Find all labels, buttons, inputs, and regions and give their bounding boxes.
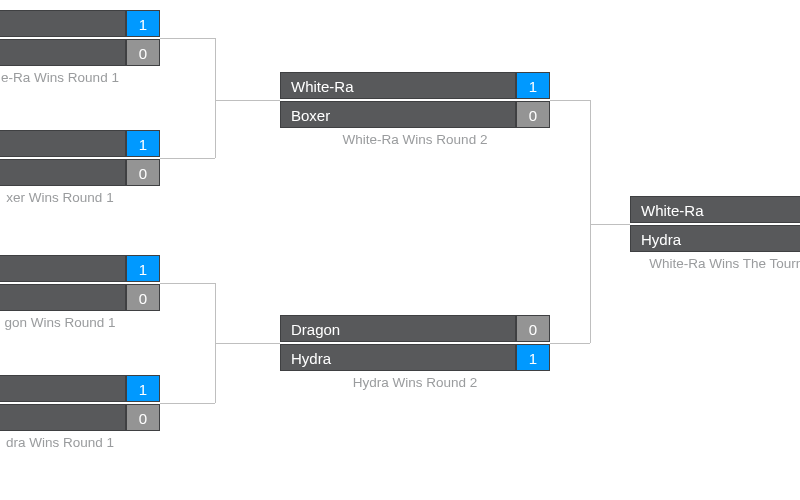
team-name: Dragon — [280, 315, 516, 342]
team-row: Dragon 0 — [280, 315, 550, 342]
team-name — [0, 284, 126, 311]
team-row: Hydra 1 — [280, 344, 550, 371]
round1-match-1: 1 0 e-Ra Wins Round 1 — [0, 10, 160, 85]
connector — [550, 100, 590, 101]
team-name — [0, 39, 126, 66]
connector — [160, 158, 215, 159]
final-match: White-Ra Hydra White-Ra Wins The Tournam… — [630, 196, 800, 271]
team-name — [0, 404, 126, 431]
team-row: 1 — [0, 255, 160, 282]
score-lose: 0 — [126, 404, 160, 431]
team-name — [0, 375, 126, 402]
team-name: Hydra — [630, 225, 800, 252]
match-caption: White-Ra Wins The Tournament — [630, 256, 800, 271]
team-name — [0, 159, 126, 186]
match-caption: gon Wins Round 1 — [0, 315, 160, 330]
score-win: 1 — [126, 130, 160, 157]
team-row: 0 — [0, 39, 160, 66]
round1-match-4: 1 0 dra Wins Round 1 — [0, 375, 160, 450]
round1-match-3: 1 0 gon Wins Round 1 — [0, 255, 160, 330]
team-name — [0, 130, 126, 157]
connector — [160, 283, 215, 284]
team-row: 0 — [0, 404, 160, 431]
score-lose: 0 — [126, 159, 160, 186]
score-win: 1 — [126, 255, 160, 282]
connector — [160, 403, 215, 404]
round2-match-2: Dragon 0 Hydra 1 Hydra Wins Round 2 — [280, 315, 550, 390]
team-name: Boxer — [280, 101, 516, 128]
match-caption: White-Ra Wins Round 2 — [280, 132, 550, 147]
match-caption: dra Wins Round 1 — [0, 435, 160, 450]
score-win: 1 — [516, 72, 550, 99]
connector — [590, 100, 591, 343]
score-win: 1 — [516, 344, 550, 371]
score-lose: 0 — [516, 101, 550, 128]
match-caption: e-Ra Wins Round 1 — [0, 70, 160, 85]
connector — [590, 224, 630, 225]
team-name: White-Ra — [630, 196, 800, 223]
match-caption: xer Wins Round 1 — [0, 190, 160, 205]
round1-match-2: 1 0 xer Wins Round 1 — [0, 130, 160, 205]
team-row: White-Ra — [630, 196, 800, 223]
connector — [160, 38, 215, 39]
team-row: 1 — [0, 10, 160, 37]
score-lose: 0 — [516, 315, 550, 342]
score-win: 1 — [126, 10, 160, 37]
team-row: 0 — [0, 284, 160, 311]
team-name — [0, 255, 126, 282]
score-lose: 0 — [126, 284, 160, 311]
team-name: White-Ra — [280, 72, 516, 99]
connector — [215, 38, 216, 158]
team-row: 0 — [0, 159, 160, 186]
score-lose: 0 — [126, 39, 160, 66]
team-row: White-Ra 1 — [280, 72, 550, 99]
team-name: Hydra — [280, 344, 516, 371]
team-name — [0, 10, 126, 37]
team-row: 1 — [0, 375, 160, 402]
match-caption: Hydra Wins Round 2 — [280, 375, 550, 390]
connector — [215, 100, 280, 101]
score-win: 1 — [126, 375, 160, 402]
round2-match-1: White-Ra 1 Boxer 0 White-Ra Wins Round 2 — [280, 72, 550, 147]
team-row: 1 — [0, 130, 160, 157]
team-row: Hydra — [630, 225, 800, 252]
team-row: Boxer 0 — [280, 101, 550, 128]
connector — [215, 343, 280, 344]
connector — [550, 343, 590, 344]
